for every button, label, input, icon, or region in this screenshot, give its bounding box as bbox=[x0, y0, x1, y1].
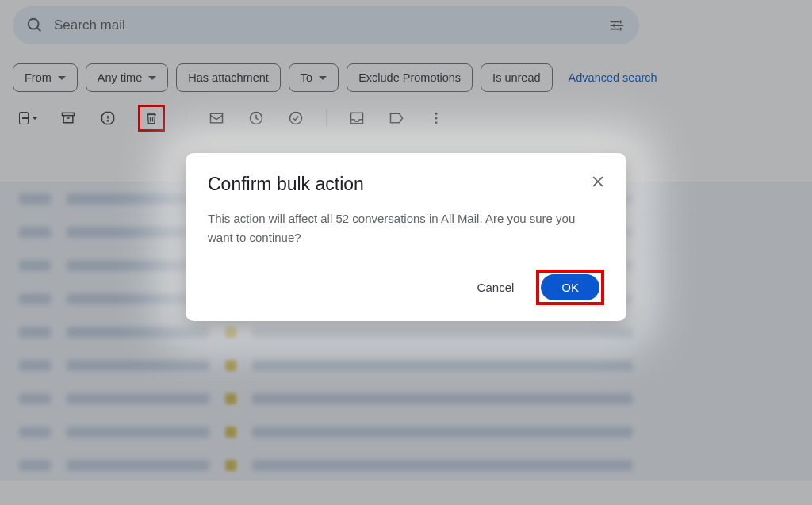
dialog-actions: Cancel OK bbox=[208, 270, 604, 305]
close-icon[interactable] bbox=[587, 170, 609, 193]
confirm-dialog: Confirm bulk action This action will aff… bbox=[186, 153, 626, 321]
ok-button[interactable]: OK bbox=[541, 274, 599, 300]
ok-button-highlight: OK bbox=[536, 270, 604, 305]
dialog-body: This action will affect all 52 conversat… bbox=[208, 209, 596, 247]
cancel-button[interactable]: Cancel bbox=[466, 274, 526, 300]
modal-overlay: Confirm bulk action This action will aff… bbox=[0, 0, 812, 505]
dialog-title: Confirm bulk action bbox=[208, 174, 604, 195]
